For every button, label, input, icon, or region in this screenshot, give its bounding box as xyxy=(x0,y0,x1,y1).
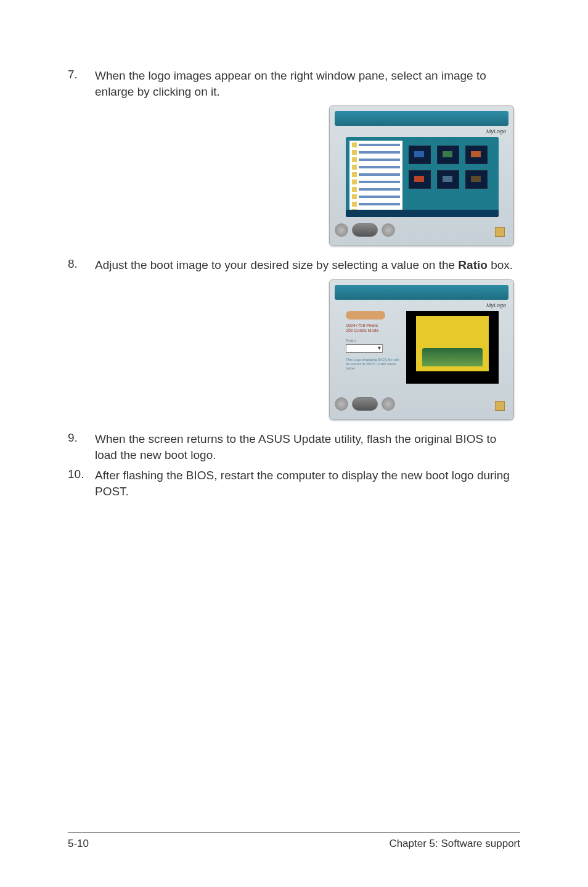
app-titlebar xyxy=(335,285,508,300)
status-bar xyxy=(346,210,499,217)
thumbnail[interactable] xyxy=(465,170,488,189)
step-text: When the logo images appear on the right… xyxy=(95,68,520,99)
step-text: When the screen returns to the ASUS Upda… xyxy=(95,431,520,463)
nav-button-wide[interactable] xyxy=(352,397,378,411)
brand-label: MyLogo xyxy=(486,302,506,308)
bottom-toolbar xyxy=(335,220,508,241)
preview-image xyxy=(416,316,489,371)
meta-colors: 256 Colors Mode xyxy=(346,328,400,333)
step-number: 7. xyxy=(68,68,95,99)
step-text-bold: Ratio xyxy=(458,258,488,271)
nav-button-wide[interactable] xyxy=(352,223,378,237)
bottom-toolbar xyxy=(335,394,508,415)
resize-handle-icon xyxy=(495,227,505,237)
image-meta: 1024×768 Pixels 256 Colors Mode xyxy=(346,323,400,334)
screenshot-1-wrap: MyLogo xyxy=(68,105,520,246)
nav-button[interactable] xyxy=(335,223,348,237)
folder-tree[interactable] xyxy=(349,141,402,213)
step-number: 10. xyxy=(68,468,95,499)
page-footer: 5-10 Chapter 5: Software support xyxy=(68,832,520,850)
step-10: 10. After flashing the BIOS, restart the… xyxy=(68,468,520,499)
left-controls: 1024×768 Pixels 256 Colors Mode Ratio Th… xyxy=(346,311,400,391)
screenshot-2-wrap: MyLogo 1024×768 Pixels 256 Colors Mode R… xyxy=(68,279,520,420)
step-number: 9. xyxy=(68,431,95,463)
hint-note: This logo-changing BIOS file will be sav… xyxy=(346,358,400,371)
thumbnail-grid xyxy=(409,146,495,189)
thumbnail[interactable] xyxy=(409,170,431,189)
nav-button[interactable] xyxy=(382,397,395,411)
screenshot-image-browser: MyLogo xyxy=(329,105,514,246)
nav-button[interactable] xyxy=(382,223,395,237)
meta-resolution: 1024×768 Pixels xyxy=(346,323,400,328)
thumbnail[interactable] xyxy=(437,170,459,189)
screenshot-ratio-preview: MyLogo 1024×768 Pixels 256 Colors Mode R… xyxy=(329,279,514,420)
step-number: 8. xyxy=(68,257,95,273)
app-titlebar xyxy=(335,111,508,126)
ratio-label: Ratio xyxy=(346,339,400,343)
step-text-after: box. xyxy=(488,258,513,271)
step-7: 7. When the logo images appear on the ri… xyxy=(68,68,520,99)
step-9: 9. When the screen returns to the ASUS U… xyxy=(68,431,520,463)
browser-panel xyxy=(346,137,499,217)
step-text-before: Adjust the boot image to your desired si… xyxy=(95,258,458,271)
thumbnail[interactable] xyxy=(409,146,431,164)
nav-button[interactable] xyxy=(335,397,348,411)
page-number: 5-10 xyxy=(68,838,89,850)
thumbnail[interactable] xyxy=(465,146,488,164)
step-8: 8. Adjust the boot image to your desired… xyxy=(68,257,520,273)
document-page: 7. When the logo images appear on the ri… xyxy=(0,0,588,887)
preview-label xyxy=(346,311,385,320)
step-text: Adjust the boot image to your desired si… xyxy=(95,257,520,273)
thumbnail[interactable] xyxy=(437,146,459,164)
ratio-select[interactable] xyxy=(346,344,383,353)
preview-panel xyxy=(406,311,499,384)
resize-handle-icon xyxy=(495,401,505,411)
step-text: After flashing the BIOS, restart the com… xyxy=(95,468,520,499)
chapter-label: Chapter 5: Software support xyxy=(389,838,520,850)
brand-label: MyLogo xyxy=(486,128,506,134)
